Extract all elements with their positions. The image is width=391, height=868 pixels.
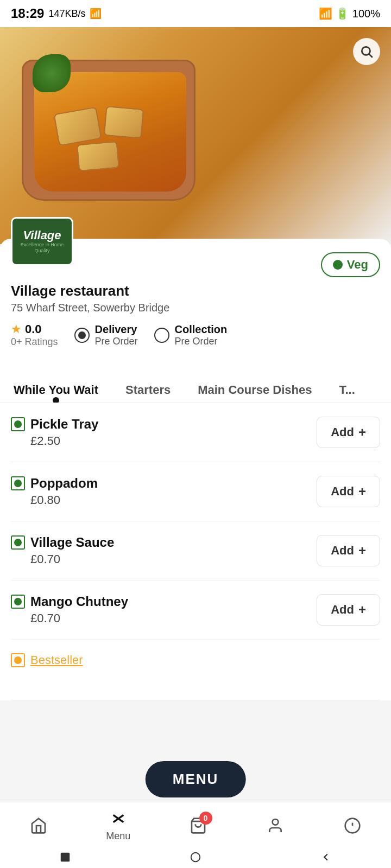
item-name: Village Sauce [30, 535, 114, 550]
veg-indicator [11, 595, 25, 609]
plus-icon: + [358, 602, 366, 617]
veg-toggle-label: Veg [347, 258, 368, 272]
add-label: Add [331, 425, 354, 439]
rating-count: 0+ Ratings [11, 336, 58, 348]
status-bar: 18:29 147KB/s 📶 📶 🔋 100% [0, 0, 391, 27]
svg-point-10 [191, 853, 200, 862]
restaurant-logo: Village Excellence in Home Quality [11, 217, 73, 266]
veg-toggle-button[interactable]: Veg [321, 252, 380, 277]
order-options: Delivery Pre Order Collection Pre Order [74, 323, 228, 347]
menu-icon [109, 809, 128, 828]
logo-text: Village [12, 229, 72, 242]
bestseller-indicator [11, 653, 25, 667]
collection-label: Collection [175, 323, 228, 336]
rating-value: 0.0 [25, 322, 42, 336]
wifi-icon: 📶 [319, 7, 332, 20]
restaurant-header: Village Excellence in Home Quality Veg [11, 247, 380, 277]
status-left: 18:29 147KB/s 📶 [11, 6, 102, 21]
item-name: Poppadom [30, 476, 98, 491]
item-name: Mango Chutney [30, 594, 128, 609]
bag-icon: 0 [188, 816, 208, 835]
add-label: Add [331, 544, 354, 558]
rating-box: ★ 0.0 0+ Ratings [11, 322, 58, 348]
hero-image [0, 27, 391, 244]
collection-option[interactable]: Collection Pre Order [154, 323, 228, 347]
info-icon [343, 816, 362, 835]
veg-indicator [11, 535, 25, 550]
svg-rect-9 [61, 853, 70, 862]
search-button[interactable] [353, 38, 380, 65]
star-icon: ★ [11, 322, 22, 336]
food-image [16, 38, 201, 217]
restaurant-card: Village Excellence in Home Quality Veg V… [0, 239, 391, 369]
hero-image-container [0, 27, 391, 244]
tab-more[interactable]: T... [325, 378, 368, 403]
svg-line-1 [369, 54, 373, 58]
delivery-label: Delivery [95, 323, 138, 336]
restaurant-name: Village restaurant [11, 283, 380, 299]
battery-icon: 🔋 [336, 7, 349, 20]
battery-percent: 100% [352, 8, 380, 20]
menu-float-button[interactable]: MENU [146, 761, 246, 797]
search-icon [360, 44, 374, 59]
plus-icon: + [358, 425, 366, 440]
add-label: Add [331, 603, 354, 617]
plus-icon: + [358, 484, 366, 499]
android-back-button[interactable] [318, 849, 334, 865]
svg-point-0 [362, 47, 370, 55]
veg-indicator [11, 417, 25, 431]
tab-while-you-wait[interactable]: While You Wait [0, 378, 112, 403]
restaurant-address: 75 Wharf Street, Sowerby Bridge [11, 302, 380, 314]
bestseller-label: Bestseller [30, 653, 83, 667]
menu-list: Pickle Tray £2.50 Add + Poppadom £0.80 A… [0, 403, 391, 700]
collection-sublabel: Pre Order [175, 336, 228, 347]
item-price: £0.80 [30, 493, 98, 507]
home-icon [29, 816, 48, 835]
nav-profile[interactable] [266, 816, 285, 835]
svg-point-5 [272, 819, 278, 825]
restaurant-meta: ★ 0.0 0+ Ratings Delivery Pre Order Coll… [11, 322, 380, 348]
android-square-button[interactable] [57, 849, 73, 865]
item-price: £0.70 [30, 552, 114, 566]
collection-radio [154, 328, 169, 343]
bottom-nav: Menu 0 [0, 802, 391, 846]
cart-badge: 0 [199, 812, 212, 825]
add-pickle-tray-button[interactable]: Add + [317, 417, 380, 448]
nav-menu[interactable]: Menu [106, 809, 130, 842]
veg-indicator-dot [333, 260, 343, 270]
status-right: 📶 🔋 100% [319, 7, 380, 20]
item-price: £0.70 [30, 611, 128, 626]
android-nav [0, 846, 391, 868]
add-poppadom-button[interactable]: Add + [317, 476, 380, 507]
menu-item: Pickle Tray £2.50 Add + [11, 403, 380, 462]
category-tabs: While You Wait Starters Main Course Dish… [0, 369, 391, 403]
add-label: Add [331, 484, 354, 499]
tab-starters[interactable]: Starters [112, 378, 184, 403]
nav-info[interactable] [343, 816, 362, 835]
plus-icon: + [358, 543, 366, 558]
tab-main-course[interactable]: Main Course Dishes [184, 378, 325, 403]
menu-item: Poppadom £0.80 Add + [11, 462, 380, 521]
nav-bag[interactable]: 0 [188, 816, 208, 835]
nav-menu-label: Menu [106, 831, 130, 842]
delivery-radio [74, 328, 90, 343]
add-mango-chutney-button[interactable]: Add + [317, 594, 380, 626]
nav-home[interactable] [29, 816, 48, 835]
menu-item: Mango Chutney £0.70 Add + [11, 580, 380, 640]
logo-subtext: Excellence in Home Quality [12, 242, 72, 254]
profile-icon [266, 816, 285, 835]
veg-indicator [11, 476, 25, 490]
add-village-sauce-button[interactable]: Add + [317, 535, 380, 566]
menu-item-bestseller: Bestseller [11, 640, 380, 700]
delivery-option[interactable]: Delivery Pre Order [74, 323, 138, 347]
menu-item: Village Sauce £0.70 Add + [11, 521, 380, 580]
network-icons: 📶 [90, 8, 102, 20]
item-name: Pickle Tray [30, 417, 98, 432]
android-home-button[interactable] [187, 849, 204, 865]
network-speed: 147KB/s [48, 8, 85, 20]
delivery-sublabel: Pre Order [95, 336, 138, 347]
item-price: £2.50 [30, 434, 98, 448]
time: 18:29 [11, 6, 44, 21]
